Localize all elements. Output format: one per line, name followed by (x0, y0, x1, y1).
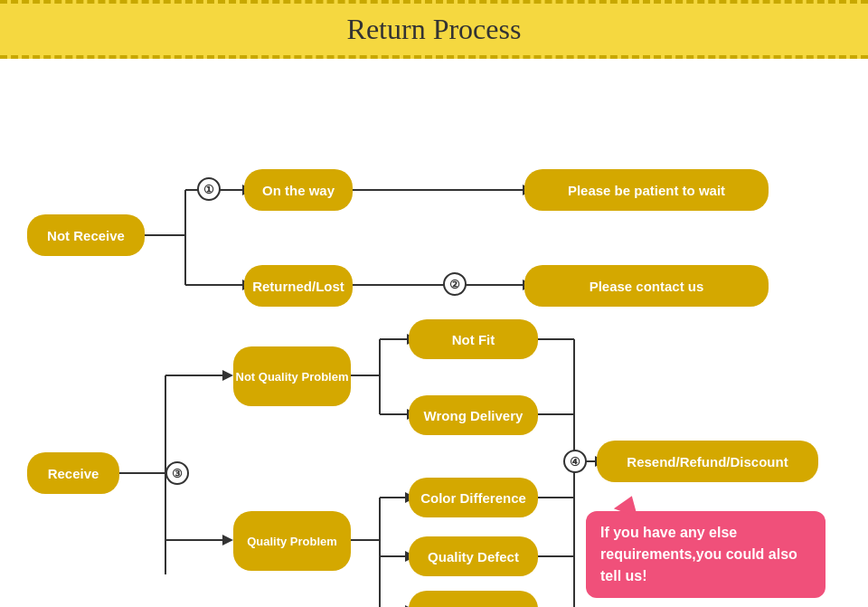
marker-2: ② (443, 272, 467, 296)
returned-lost-node: Returned/Lost (244, 265, 353, 307)
marker-3: ③ (165, 461, 189, 485)
color-difference-node: Color Difference (409, 478, 538, 517)
diagram: Not Receive ① On the way Returned/Lost ②… (0, 59, 868, 607)
marker-1: ① (197, 177, 221, 201)
svg-marker-15 (222, 535, 233, 545)
page-title: Return Process (0, 13, 868, 46)
wrong-delivery-node: Wrong Delivery (409, 395, 538, 435)
not-quality-problem-node: Not Quality Problem (233, 346, 351, 406)
please-contact-node: Please contact us (524, 265, 769, 307)
on-the-way-node: On the way (244, 169, 353, 211)
quality-problem-node: Quality Problem (233, 511, 351, 571)
please-wait-node: Please be patient to wait (524, 169, 769, 211)
speech-bubble: If you have any else requirements,you co… (586, 511, 826, 598)
not-fit-node: Not Fit (409, 319, 538, 359)
not-receive-node: Not Receive (27, 214, 145, 256)
damage-node: Damage (409, 591, 538, 607)
marker-4: ④ (563, 450, 587, 473)
svg-marker-13 (222, 370, 233, 381)
quality-defect-node: Quality Defect (409, 536, 538, 576)
header: Return Process (0, 0, 868, 59)
resend-refund-node: Resend/Refund/Discount (597, 441, 818, 482)
receive-node: Receive (27, 452, 119, 494)
